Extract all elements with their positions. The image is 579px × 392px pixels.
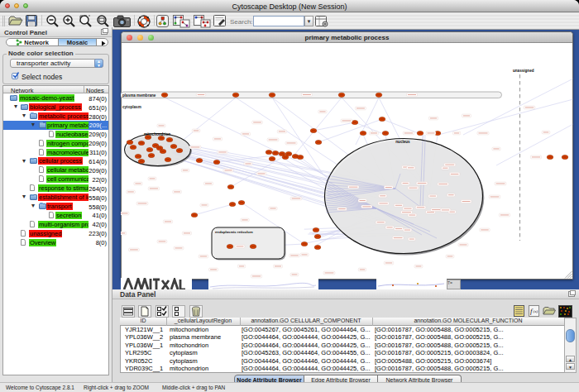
svg-text:endoplasmic reticulum: endoplasmic reticulum xyxy=(215,230,253,234)
svg-text:plasma membrane: plasma membrane xyxy=(122,93,156,98)
svg-text:unassigned: unassigned xyxy=(513,69,534,73)
svg-text:(x): (x) xyxy=(534,309,538,313)
svg-text:nucleus: nucleus xyxy=(395,140,410,144)
svg-text:cytoplasm: cytoplasm xyxy=(122,105,141,109)
